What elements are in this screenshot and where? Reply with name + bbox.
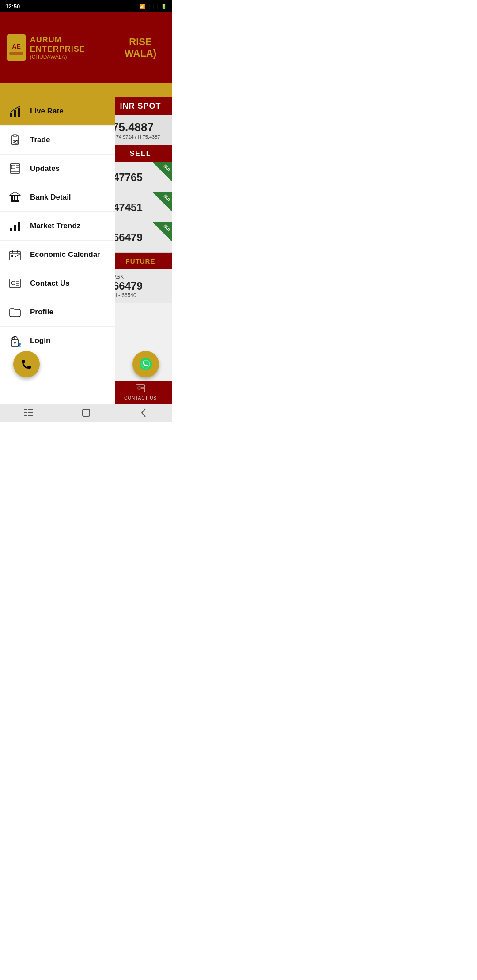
future-header: FUTURE bbox=[109, 253, 172, 269]
sidebar-label-login: Login bbox=[30, 336, 50, 345]
sidebar-label-trade: Trade bbox=[30, 136, 50, 144]
sidebar-item-economic-calendar[interactable]: Economic Calendar bbox=[0, 241, 115, 269]
svg-rect-56 bbox=[83, 409, 90, 416]
price-value-1: 47765 bbox=[113, 171, 143, 184]
svg-rect-30 bbox=[10, 228, 12, 231]
signal-icon: ❘❘❘ bbox=[147, 4, 159, 9]
svg-point-1 bbox=[138, 387, 140, 389]
chart-bar-icon bbox=[7, 103, 23, 119]
svg-rect-6 bbox=[9, 52, 23, 55]
sidebar-label-live-rate: Live Rate bbox=[30, 107, 64, 116]
svg-rect-19 bbox=[11, 165, 15, 169]
sell-label: SELL bbox=[130, 150, 151, 158]
wifi-icon: 📶 bbox=[139, 4, 145, 9]
svg-rect-9 bbox=[18, 108, 20, 117]
logo-title: AURUM ENTERPRISE bbox=[30, 35, 108, 54]
spot-header: INR SPOT bbox=[109, 97, 172, 115]
calendar-icon bbox=[7, 247, 23, 263]
svg-point-41 bbox=[11, 281, 15, 285]
sidebar-label-profile: Profile bbox=[30, 308, 53, 317]
whatsapp-fab-button[interactable] bbox=[132, 351, 159, 377]
right-header-title: RISE WALA) bbox=[125, 36, 156, 60]
sidebar-item-updates[interactable]: Updates bbox=[0, 155, 115, 183]
gold-divider-bar bbox=[0, 83, 115, 97]
spot-sub-price: L 74.9724 / H 75.4387 bbox=[112, 134, 169, 139]
future-card: ASK 66479 H - 66540 bbox=[109, 269, 172, 303]
sidebar-label-market-trendz: Market Trendz bbox=[30, 222, 80, 230]
price-value-3: 66479 bbox=[113, 231, 143, 244]
price-card-2[interactable]: 47451 BUY bbox=[109, 192, 172, 222]
future-ask: ASK bbox=[113, 274, 168, 280]
sidebar-label-economic-calendar: Economic Calendar bbox=[30, 250, 100, 259]
sidebar-label-contact-us: Contact Us bbox=[30, 279, 70, 288]
lock-icon: 👤 bbox=[7, 333, 23, 349]
app-logo-icon: AE bbox=[7, 34, 26, 61]
svg-rect-31 bbox=[14, 225, 16, 231]
right-panel: RISE WALA) INR SPOT 75.4887 L 74.9724 / … bbox=[109, 12, 172, 404]
buy-badge-2: BUY bbox=[153, 192, 172, 212]
svg-text:👤: 👤 bbox=[18, 343, 22, 347]
newspaper-icon bbox=[7, 161, 23, 177]
phone-fab-button[interactable] bbox=[13, 351, 40, 377]
svg-rect-37 bbox=[11, 255, 13, 257]
sidebar-item-bank-detail[interactable]: Bank Detail bbox=[0, 183, 115, 212]
contact-card-icon bbox=[136, 384, 145, 395]
svg-rect-26 bbox=[10, 195, 20, 196]
sidebar-item-profile[interactable]: Profile bbox=[0, 298, 115, 327]
bank-icon bbox=[7, 189, 23, 205]
right-header: RISE WALA) bbox=[109, 12, 172, 83]
app-container: RISE WALA) INR SPOT 75.4887 L 74.9724 / … bbox=[0, 12, 172, 404]
home-nav-button[interactable] bbox=[73, 405, 99, 421]
future-header-text: FUTURE bbox=[126, 257, 155, 265]
sidebar-item-contact-us[interactable]: Contact Us bbox=[0, 269, 115, 298]
logo-subtitle: (CHUDAWALA) bbox=[30, 54, 108, 60]
navigation-bar bbox=[0, 404, 172, 422]
navigation-drawer: AE AURUM ENTERPRISE (CHUDAWALA) bbox=[0, 12, 115, 404]
svg-rect-27 bbox=[11, 196, 13, 200]
sidebar-item-login[interactable]: 👤 Login bbox=[0, 327, 115, 355]
price-card-1[interactable]: 47765 BUY bbox=[109, 162, 172, 192]
folder-icon bbox=[7, 304, 23, 320]
buy-badge-3: BUY bbox=[153, 222, 172, 242]
contact-icon bbox=[7, 275, 23, 291]
menu-nav-button[interactable] bbox=[15, 405, 42, 421]
gold-bar-right bbox=[109, 83, 172, 97]
buy-badge-1: BUY bbox=[153, 162, 172, 182]
svg-point-46 bbox=[14, 342, 16, 343]
back-nav-button[interactable] bbox=[130, 405, 157, 421]
svg-rect-28 bbox=[14, 196, 15, 200]
svg-rect-29 bbox=[17, 196, 18, 200]
clipboard-icon bbox=[7, 132, 23, 148]
logo-container: AE AURUM ENTERPRISE (CHUDAWALA) bbox=[7, 34, 108, 61]
sidebar-item-live-rate[interactable]: Live Rate bbox=[0, 97, 115, 126]
svg-rect-12 bbox=[13, 135, 17, 136]
svg-rect-7 bbox=[10, 113, 12, 117]
battery-icon: 🔋 bbox=[161, 4, 167, 9]
svg-rect-25 bbox=[11, 200, 19, 202]
spot-header-text: INR SPOT bbox=[120, 102, 161, 111]
sell-button[interactable]: SELL bbox=[109, 145, 172, 162]
svg-rect-32 bbox=[18, 222, 20, 231]
sidebar-label-updates: Updates bbox=[30, 164, 60, 173]
drawer-header: AE AURUM ENTERPRISE (CHUDAWALA) bbox=[0, 12, 115, 83]
sidebar-item-trade[interactable]: Trade bbox=[0, 126, 115, 155]
spot-price-block: 75.4887 L 74.9724 / H 75.4387 bbox=[109, 115, 172, 145]
spot-main-price: 75.4887 bbox=[112, 121, 169, 134]
price-card-3[interactable]: 66479 BUY bbox=[109, 222, 172, 253]
svg-rect-8 bbox=[14, 110, 16, 117]
sidebar-item-market-trendz[interactable]: Market Trendz bbox=[0, 212, 115, 241]
bottom-contact-text: CONTACT US bbox=[124, 396, 157, 400]
sidebar-label-bank-detail: Bank Detail bbox=[30, 193, 71, 202]
price-value-2: 47451 bbox=[113, 201, 143, 214]
bottom-contact-bar[interactable]: CONTACT US bbox=[109, 381, 172, 404]
svg-marker-24 bbox=[10, 192, 20, 195]
status-icons: 📶 ❘❘❘ 🔋 bbox=[139, 4, 167, 9]
logo-text: AURUM ENTERPRISE (CHUDAWALA) bbox=[30, 35, 108, 60]
status-bar: 12:50 📶 ❘❘❘ 🔋 bbox=[0, 0, 172, 12]
svg-line-38 bbox=[15, 255, 19, 257]
future-high: H - 66540 bbox=[113, 292, 168, 298]
future-price: 66479 bbox=[113, 280, 168, 292]
status-time: 12:50 bbox=[5, 3, 20, 10]
trend-icon bbox=[7, 218, 23, 234]
svg-text:AE: AE bbox=[12, 43, 20, 50]
